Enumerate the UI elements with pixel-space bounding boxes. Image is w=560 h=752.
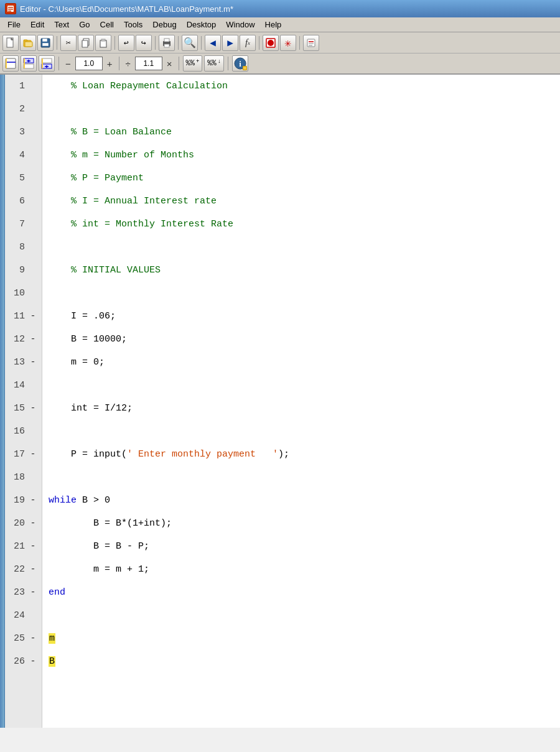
menu-edit[interactable]: Edit <box>26 19 49 30</box>
menu-file[interactable]: File <box>2 19 26 30</box>
code-line: % P = Payment <box>42 167 560 190</box>
code-text: B <box>42 650 560 673</box>
svg-rect-33 <box>24 58 25 68</box>
open-file-button[interactable] <box>20 35 36 51</box>
menu-desktop[interactable]: Desktop <box>182 19 222 30</box>
forward-button[interactable]: ▶ <box>222 35 238 51</box>
toolbar-main: ✂ ↩ ↪ 🔍 ◀ ▶ fx <box>0 32 560 53</box>
menu-cell[interactable]: Cell <box>95 19 119 30</box>
code-text <box>42 420 560 443</box>
code-text: % B = Loan Balance <box>42 121 560 144</box>
svg-point-23 <box>268 40 274 46</box>
times-symbol: × <box>164 58 175 69</box>
zoom-input[interactable]: 1.0 <box>75 57 103 70</box>
code-text <box>42 282 560 305</box>
redo-button[interactable]: ↪ <box>136 35 152 51</box>
zoom-input2[interactable]: 1.1 <box>135 57 162 70</box>
line-num: 11 <box>5 311 29 322</box>
code-text: % I = Annual Interest rate <box>42 190 560 213</box>
code-line: B <box>42 650 560 673</box>
increase-indent-button[interactable]: %%+ <box>183 55 203 72</box>
menu-debug[interactable]: Debug <box>147 19 181 30</box>
code-line: m = 0; <box>42 351 560 374</box>
separator-1 <box>57 36 57 50</box>
cut-button[interactable]: ✂ <box>60 35 77 51</box>
code-text: % Loan Repayment Calculation <box>42 75 560 98</box>
zoom-minus[interactable]: − <box>63 58 73 69</box>
code-editor[interactable]: % Loan Repayment Calculation % B = Loan … <box>42 75 560 728</box>
code-text: I = .06; <box>42 305 560 328</box>
back-button[interactable]: ◀ <box>205 35 221 51</box>
line-num: 4 <box>5 150 29 160</box>
separator-2 <box>114 36 115 50</box>
line-num: 19 <box>5 495 29 506</box>
code-line: I = .06; <box>42 305 560 328</box>
new-file-button[interactable] <box>2 35 19 51</box>
code-line: P = input(' Enter monthly payment '); <box>42 443 560 466</box>
line-dash: - <box>29 541 37 552</box>
clipboard-button[interactable] <box>303 35 319 51</box>
decrease-indent-button[interactable]: %%↓ <box>204 55 224 72</box>
line-number-row: 18 <box>5 466 42 489</box>
code-text: B = 10000; <box>42 328 560 351</box>
breakpoint-button[interactable] <box>263 35 279 51</box>
separator-5 <box>201 36 202 50</box>
menu-help[interactable]: Help <box>260 19 287 30</box>
line-num: 25 <box>5 633 29 644</box>
separator-9 <box>119 57 119 70</box>
line-number-row: 19- <box>5 489 42 512</box>
fx-button[interactable]: fx <box>240 35 256 51</box>
svg-rect-30 <box>6 58 7 68</box>
line-number-row: 5 <box>5 167 42 190</box>
paste-button[interactable] <box>95 35 111 51</box>
svg-rect-14 <box>42 43 49 46</box>
line-number-row: 7 <box>5 213 42 236</box>
code-line: % Loan Repayment Calculation <box>42 75 560 98</box>
line-num: 8 <box>5 242 29 253</box>
print-button[interactable] <box>159 35 175 51</box>
line-num: 7 <box>5 219 29 230</box>
line-number-row: 13- <box>5 351 42 374</box>
code-text: P = input(' Enter monthly payment '); <box>42 443 560 466</box>
svg-text:i: i <box>239 59 241 68</box>
menu-tools[interactable]: Tools <box>119 19 147 30</box>
svg-rect-17 <box>100 40 106 47</box>
code-text: m = 0; <box>42 351 560 374</box>
editor-accent-bar <box>0 75 5 728</box>
svg-rect-36 <box>42 58 52 63</box>
line-number-row: 3 <box>5 121 42 144</box>
code-text: B = B*(1+int); <box>42 512 560 535</box>
line-dash: - <box>29 334 37 345</box>
code-text <box>42 604 560 627</box>
info-button[interactable]: i <box>232 55 248 72</box>
menu-go[interactable]: Go <box>74 19 95 30</box>
cell-notebook-button[interactable] <box>2 55 19 72</box>
app-icon <box>5 3 16 14</box>
line-number-row: 11- <box>5 305 42 328</box>
line-number-row: 25- <box>5 627 42 650</box>
code-text: % P = Payment <box>42 167 560 190</box>
line-numbers: 1234567891011-12-13-1415-1617-1819-20-21… <box>5 75 42 728</box>
find-button[interactable]: 🔍 <box>182 35 198 51</box>
line-dash: - <box>29 587 37 598</box>
line-number-row: 1 <box>5 75 42 98</box>
window-title: Editor - C:\Users\Ed\Documents\MATLAB\Lo… <box>20 4 233 14</box>
line-num: 14 <box>5 380 29 391</box>
code-text: end <box>42 581 560 604</box>
save-file-button[interactable] <box>37 35 54 51</box>
add-cell-above-button[interactable] <box>21 55 37 72</box>
code-line: % I = Annual Interest rate <box>42 190 560 213</box>
line-num: 13 <box>5 357 29 368</box>
toolbar-secondary: − 1.0 + ÷ 1.1 × %%+ %%↓ i <box>0 53 560 75</box>
run-section-button[interactable]: ✳ <box>280 35 296 51</box>
line-number-row: 9 <box>5 259 42 282</box>
zoom-plus[interactable]: + <box>105 58 115 69</box>
copy-button[interactable] <box>78 35 94 51</box>
insert-cell-below-button[interactable] <box>39 55 55 72</box>
menu-window[interactable]: Window <box>221 19 259 30</box>
undo-button[interactable]: ↩ <box>118 35 134 51</box>
line-num: 1 <box>5 81 29 91</box>
code-text <box>42 98 560 121</box>
code-line: B = B - P; <box>42 535 560 558</box>
menu-text[interactable]: Text <box>49 19 74 30</box>
